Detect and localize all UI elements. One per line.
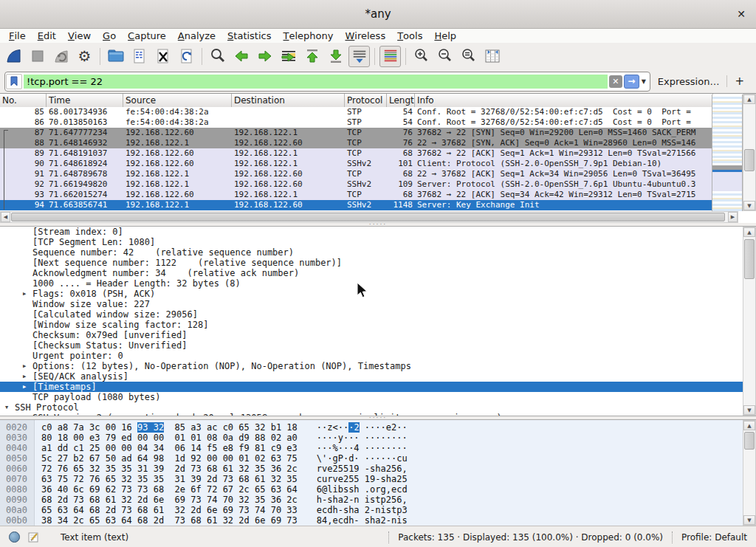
profile-indicator[interactable]: Profile: Default (672, 531, 756, 543)
intelligent-scrollbar-minimap[interactable] (712, 94, 743, 211)
detail-line[interactable]: [Calculated window size: 29056] (0, 309, 743, 320)
zoom-in-button[interactable] (410, 46, 432, 67)
column-header-protocol[interactable]: Protocol (345, 94, 387, 107)
detail-line[interactable]: [TCP Segment Len: 1080] (0, 237, 743, 247)
go-back-button[interactable] (230, 46, 252, 67)
column-header-time[interactable]: Time (47, 94, 123, 107)
auto-scroll-toggle[interactable] (348, 46, 370, 67)
capture-options-button[interactable]: ⚙ (74, 46, 95, 67)
bytes-vscrollbar[interactable]: ▲ ▼ (743, 420, 756, 526)
menu-statistics[interactable]: Statistics (221, 29, 277, 43)
detail-line[interactable]: [Window size scaling factor: 128] (0, 320, 743, 330)
detail-line[interactable]: Window size value: 227 (0, 299, 743, 309)
filter-clear-button[interactable]: ✕ (609, 75, 622, 88)
detail-line[interactable]: Sequence number: 42 (relative sequence n… (0, 247, 743, 258)
hex-row-00a0[interactable]: 00a065 63 64 68 2d 73 68 61 32 2d 6e 69 … (0, 505, 743, 515)
detail-line[interactable]: [Checksum Status: Unverified] (0, 340, 743, 351)
packet-row-93[interactable]: 9371.662015274192.168.122.60192.168.122.… (0, 190, 713, 200)
menu-tools[interactable]: Tools (391, 29, 428, 43)
go-to-packet-button[interactable] (278, 46, 299, 67)
detail-line[interactable]: Urgent pointer: 0 (0, 351, 743, 361)
colorize-toggle[interactable] (379, 46, 401, 67)
detail-line[interactable]: 1000 .... = Header Length: 32 bytes (8) (0, 278, 743, 289)
hex-row-0080[interactable]: 008036 40 6c 69 62 73 73 68 2e 6f 72 67 … (0, 484, 743, 495)
scroll-right-arrow[interactable]: ▶ (728, 212, 738, 222)
start-capture-button[interactable] (3, 46, 24, 67)
packet-row-88[interactable]: 8871.648146932192.168.122.1192.168.122.6… (0, 138, 713, 148)
expand-right-icon[interactable]: ▶ (20, 371, 29, 382)
packet-row-89[interactable]: 8971.648191037192.168.122.60192.168.122.… (0, 148, 713, 159)
reload-capture-file-button[interactable] (176, 46, 197, 67)
scroll-down-arrow[interactable]: ▼ (743, 201, 755, 210)
restart-capture-button[interactable] (50, 46, 72, 67)
open-capture-file-button[interactable] (105, 46, 126, 67)
hex-row-0090[interactable]: 009068 2d 73 68 61 32 2d 6e 69 73 74 70 … (0, 495, 743, 505)
menu-view[interactable]: View (62, 29, 97, 43)
hex-row-0020[interactable]: 0020c0 a8 7a 3c 00 16 93 32 85 a3 ac c0 … (0, 422, 743, 433)
detail-line[interactable]: Checksum: 0x79ed [unverified] (0, 330, 743, 340)
expand-right-icon[interactable]: ▶ (20, 382, 29, 392)
scroll-up-arrow[interactable]: ▲ (743, 94, 755, 104)
packet-row-94[interactable]: 9471.663856741192.168.122.1192.168.122.6… (0, 200, 713, 210)
scroll-left-arrow[interactable]: ◀ (1, 212, 10, 222)
packet-row-86[interactable]: 8670.013850163fe:54:00:d4:38:2aSTP54Conf… (0, 117, 713, 128)
save-capture-file-button[interactable] (128, 46, 150, 67)
menu-edit[interactable]: Edit (32, 29, 62, 43)
menu-go[interactable]: Go (97, 29, 122, 43)
go-forward-button[interactable] (254, 46, 275, 67)
hex-row-0070[interactable]: 007063 75 72 76 65 32 35 35 31 39 2d 73 … (0, 474, 743, 484)
hex-row-0030[interactable]: 003080 18 00 e3 79 ed 00 00 01 01 08 0a … (0, 433, 743, 443)
window-close-button[interactable]: ✕ (734, 7, 749, 21)
menu-telephony[interactable]: Telephony (278, 29, 340, 43)
scroll-thumb[interactable] (11, 213, 725, 221)
go-last-packet-button[interactable] (325, 46, 346, 67)
expert-info-icon[interactable] (9, 531, 20, 543)
column-header-info[interactable]: Info (415, 94, 713, 107)
expand-down-icon[interactable]: ▼ (2, 402, 11, 413)
resize-columns-button[interactable] (481, 46, 503, 67)
packet-row-87[interactable]: 8771.647777234192.168.122.60192.168.122.… (0, 128, 713, 138)
expand-right-icon[interactable]: ▶ (20, 289, 29, 299)
column-header-source[interactable]: Source (123, 94, 232, 107)
scroll-down-arrow[interactable]: ▼ (743, 515, 755, 525)
column-header-length[interactable]: Length (387, 94, 415, 107)
menu-capture[interactable]: Capture (122, 29, 172, 43)
detail-line[interactable]: ▶Options: (12 bytes), No-Operation (NOP)… (0, 361, 743, 371)
find-packet-button[interactable] (207, 46, 228, 67)
menu-file[interactable]: File (3, 29, 32, 43)
menu-wireless[interactable]: Wireless (339, 29, 391, 43)
detail-line[interactable]: Acknowledgment number: 34 (relative ack … (0, 268, 743, 278)
detail-line[interactable]: [Next sequence number: 1122 (relative se… (0, 258, 743, 268)
column-header-no[interactable]: No. (0, 94, 47, 107)
detail-line[interactable]: [Stream index: 0] (0, 227, 743, 237)
zoom-reset-button[interactable] (458, 46, 479, 67)
filter-add-button[interactable]: + (727, 75, 752, 88)
scroll-up-arrow[interactable]: ▲ (743, 421, 755, 430)
menu-help[interactable]: Help (428, 29, 462, 43)
filter-dropdown-arrow[interactable]: ▼ (639, 78, 648, 85)
hex-row-0050[interactable]: 00505c 27 b2 67 50 ad 64 98 1d 92 00 00 … (0, 453, 743, 464)
scroll-thumb[interactable] (744, 432, 755, 450)
column-header-destination[interactable]: Destination (232, 94, 345, 107)
display-filter-input[interactable] (24, 75, 608, 89)
detail-line[interactable]: ▶[SEQ/ACK analysis] (0, 371, 743, 382)
go-first-packet-button[interactable] (301, 46, 323, 67)
detail-line[interactable]: ▼SSH Protocol (0, 402, 743, 413)
zoom-out-button[interactable] (434, 46, 456, 67)
expand-right-icon[interactable]: ▶ (20, 361, 29, 371)
expression-button[interactable]: Expression… (650, 76, 727, 87)
hex-row-0060[interactable]: 006072 76 65 32 35 35 31 39 2d 73 68 61 … (0, 464, 743, 474)
detail-line[interactable]: ▶[Timestamps] (0, 382, 743, 392)
packet-row-92[interactable]: 9271.661949820192.168.122.1192.168.122.6… (0, 179, 713, 190)
menu-analyze[interactable]: Analyze (172, 29, 221, 43)
filter-apply-button[interactable]: → (624, 75, 639, 89)
packet-row-91[interactable]: 9171.648789678192.168.122.1192.168.122.6… (0, 169, 713, 179)
scroll-thumb[interactable] (744, 149, 755, 171)
close-capture-file-button[interactable] (152, 46, 173, 67)
detail-line[interactable]: ▶Flags: 0x018 (PSH, ACK) (0, 289, 743, 299)
hex-row-00b0[interactable]: 00b038 34 2c 65 63 64 68 2d 73 68 61 32 … (0, 515, 743, 526)
filter-bookmark-button[interactable] (6, 74, 22, 89)
stop-capture-button[interactable] (27, 46, 48, 67)
packet-list-vscrollbar[interactable]: ▲ ▼ (743, 94, 756, 211)
packet-row-85[interactable]: 8568.001734936fe:54:00:d4:38:2aSTP54Conf… (0, 107, 713, 117)
